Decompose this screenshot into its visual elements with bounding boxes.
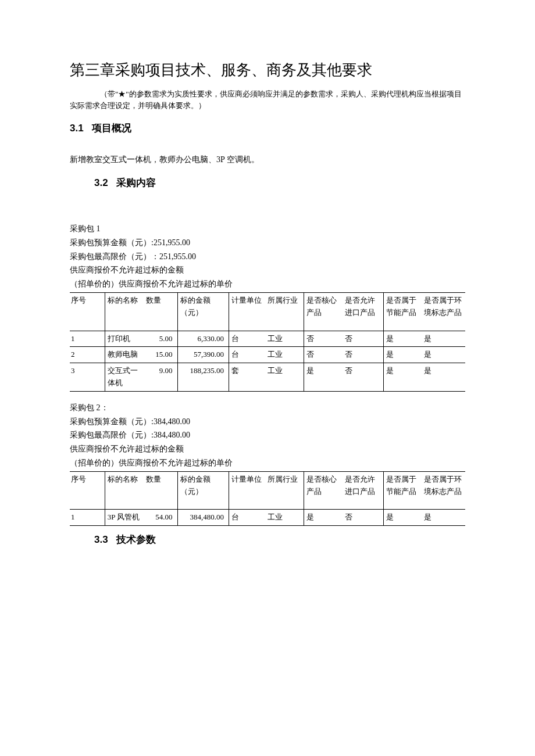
section-number: 3.2 — [94, 177, 108, 188]
cell-core: 是 — [304, 510, 343, 526]
th-amt: 标的金额（元） — [177, 292, 229, 331]
intro-note: （带"★"的参数需求为实质性要求，供应商必须响应并满足的参数需求，采购人、采购代… — [70, 88, 465, 113]
cell-qty: 54.00 — [145, 510, 177, 526]
cell-env: 是 — [423, 347, 465, 363]
cell-name: 教师电脑 — [105, 347, 144, 363]
th-energy: 是否属于节能产品 — [383, 292, 423, 331]
th-qty: 数量 — [145, 471, 177, 510]
cell-imp: 否 — [344, 510, 383, 526]
table-row: 1 打印机 5.00 6,330.00 台 工业 否 否 是 是 — [70, 331, 465, 347]
cell-seq: 3 — [70, 363, 105, 392]
cell-unit: 台 — [229, 347, 266, 363]
table-header-row: 序号 标的名称 数量 标的金额（元） 计量单位 所属行业 是否核心产品 是否允许… — [70, 292, 465, 331]
pkg2-line: 采购包 2： — [70, 401, 465, 415]
th-ind: 所属行业 — [266, 471, 304, 510]
cell-name: 打印机 — [105, 331, 144, 347]
cell-ind: 工业 — [266, 510, 304, 526]
cell-energy: 是 — [383, 331, 423, 347]
section-3-3-heading: 3.3 技术参数 — [94, 532, 465, 547]
cell-core: 否 — [304, 331, 343, 347]
cell-ind: 工业 — [266, 347, 304, 363]
cell-unit: 台 — [229, 331, 266, 347]
cell-imp: 否 — [344, 347, 383, 363]
cell-imp: 否 — [344, 363, 383, 392]
cell-seq: 1 — [70, 331, 105, 347]
section-title: 项目概况 — [92, 123, 131, 134]
th-env: 是否属于环境标志产品 — [423, 292, 465, 331]
th-imp: 是否允许进口产品 — [344, 292, 383, 331]
table-header-row: 序号 标的名称 数量 标的金额（元） 计量单位 所属行业 是否核心产品 是否允许… — [70, 471, 465, 510]
pkg1-line: 供应商报价不允许超过标的金额 — [70, 263, 465, 277]
cell-amt: 188,235.00 — [177, 363, 229, 392]
table-row: 3 交互式一体机 9.00 188,235.00 套 工业 是 否 是 是 — [70, 363, 465, 392]
cell-qty: 15.00 — [145, 347, 177, 363]
chapter-title: 第三章采购项目技术、服务、商务及其他要求 — [70, 58, 465, 83]
pkg2-line: 供应商报价不允许超过标的金额 — [70, 442, 465, 456]
pkg1-line: 采购包 1 — [70, 222, 465, 236]
cell-seq: 1 — [70, 510, 105, 526]
package-1-table: 序号 标的名称 数量 标的金额（元） 计量单位 所属行业 是否核心产品 是否允许… — [70, 292, 465, 392]
th-core: 是否核心产品 — [304, 292, 343, 331]
cell-amt: 57,390.00 — [177, 347, 229, 363]
th-name: 标的名称 — [105, 292, 144, 331]
th-env: 是否属于环境标志产品 — [423, 471, 465, 510]
th-seq: 序号 — [70, 292, 105, 331]
th-amt: 标的金额（元） — [177, 471, 229, 510]
th-unit: 计量单位 — [229, 292, 266, 331]
th-imp: 是否允许进口产品 — [344, 471, 383, 510]
cell-amt: 6,330.00 — [177, 331, 229, 347]
th-qty: 数量 — [145, 292, 177, 331]
pkg2-line: 采购包最高限价（元）:384,480.00 — [70, 428, 465, 442]
th-name: 标的名称 — [105, 471, 144, 510]
section-3-1-heading: 3.1 项目概况 — [70, 120, 465, 136]
pkg1-line: 采购包最高限价（元）：251,955.00 — [70, 250, 465, 264]
cell-unit: 台 — [229, 510, 266, 526]
cell-env: 是 — [423, 363, 465, 392]
pkg2-line: 采购包预算金额（元）:384,480.00 — [70, 415, 465, 429]
th-seq: 序号 — [70, 471, 105, 510]
cell-seq: 2 — [70, 347, 105, 363]
th-ind: 所属行业 — [266, 292, 304, 331]
section-number: 3.1 — [70, 123, 84, 134]
cell-ind: 工业 — [266, 363, 304, 392]
cell-env: 是 — [423, 510, 465, 526]
cell-name: 3P 风管机 — [105, 510, 144, 526]
cell-energy: 是 — [383, 347, 423, 363]
cell-energy: 是 — [383, 510, 423, 526]
pkg1-line: （招单价的）供应商报价不允许超过标的单价 — [70, 277, 465, 291]
section-3-1-body: 新增教室交互式一体机，教师办公电脑、3P 空调机。 — [70, 153, 465, 166]
cell-core: 是 — [304, 363, 343, 392]
th-energy: 是否属于节能产品 — [383, 471, 423, 510]
table-row: 2 教师电脑 15.00 57,390.00 台 工业 否 否 是 是 — [70, 347, 465, 363]
section-title: 技术参数 — [116, 534, 156, 545]
section-number: 3.3 — [94, 534, 108, 545]
th-unit: 计量单位 — [229, 471, 266, 510]
section-title: 采购内容 — [116, 177, 156, 188]
cell-core: 否 — [304, 347, 343, 363]
section-3-2-heading: 3.2 采购内容 — [94, 175, 465, 191]
table-row: 1 3P 风管机 54.00 384,480.00 台 工业 是 否 是 是 — [70, 510, 465, 526]
cell-unit: 套 — [229, 363, 266, 392]
package-2-info: 采购包 2： 采购包预算金额（元）:384,480.00 采购包最高限价（元）:… — [70, 401, 465, 470]
cell-ind: 工业 — [266, 331, 304, 347]
cell-name: 交互式一体机 — [105, 363, 144, 392]
pkg1-line: 采购包预算金额（元）:251,955.00 — [70, 236, 465, 250]
th-core: 是否核心产品 — [304, 471, 343, 510]
package-1-info: 采购包 1 采购包预算金额（元）:251,955.00 采购包最高限价（元）：2… — [70, 222, 465, 291]
cell-env: 是 — [423, 331, 465, 347]
package-2-table: 序号 标的名称 数量 标的金额（元） 计量单位 所属行业 是否核心产品 是否允许… — [70, 471, 465, 526]
cell-imp: 否 — [344, 331, 383, 347]
cell-energy: 是 — [383, 363, 423, 392]
cell-amt: 384,480.00 — [177, 510, 229, 526]
cell-qty: 9.00 — [145, 363, 177, 392]
cell-qty: 5.00 — [145, 331, 177, 347]
pkg2-line: （招单价的）供应商报价不允许超过标的单价 — [70, 456, 465, 470]
